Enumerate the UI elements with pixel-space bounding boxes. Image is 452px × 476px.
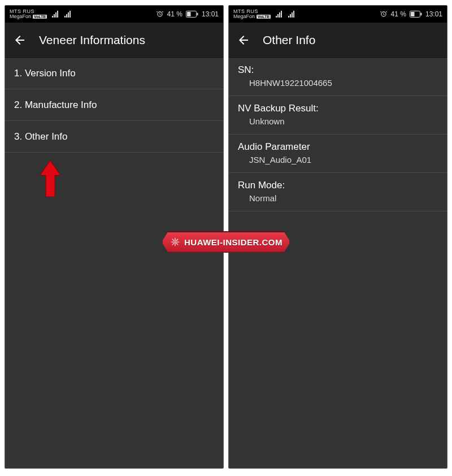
menu-item-version-info[interactable]: 1. Version Info — [5, 58, 223, 89]
back-icon[interactable] — [237, 33, 250, 47]
clock-time: 13:01 — [202, 10, 219, 18]
battery-icon — [186, 11, 198, 18]
signal-icon-2 — [288, 11, 295, 18]
carrier-secondary: MegaFon — [233, 14, 255, 19]
info-label: NV Backup Result: — [238, 103, 438, 114]
svg-rect-4 — [411, 12, 415, 16]
signal-icon — [51, 11, 59, 18]
signal-icon-2 — [64, 11, 72, 18]
status-bar: MTS RUS MegaFon VoLTE 41 % 13:01 — [229, 6, 447, 23]
volte-badge: VoLTE — [257, 15, 271, 19]
info-value: H8HNW19221004665 — [238, 78, 438, 88]
alarm-icon — [156, 10, 164, 18]
info-list: SN: H8HNW19221004665 NV Backup Result: U… — [229, 58, 447, 211]
carrier-secondary: MegaFon — [10, 14, 31, 19]
svg-rect-1 — [187, 12, 191, 16]
svg-rect-5 — [420, 13, 421, 16]
clock-time: 13:01 — [425, 10, 442, 18]
alarm-icon — [380, 10, 388, 18]
volte-badge: VoLTE — [33, 15, 47, 19]
app-header: Other Info — [229, 23, 447, 58]
signal-icon — [275, 11, 283, 18]
watermark-badge: HUAWEI-INSIDER.COM — [162, 231, 290, 253]
menu-item-label: 3. Other Info — [14, 131, 68, 142]
info-item-audio-parameter: Audio Parameter JSN_Audio_A01 — [229, 135, 447, 173]
battery-percent: 41 % — [391, 10, 406, 18]
battery-percent: 41 % — [167, 10, 182, 18]
info-label: SN: — [238, 64, 438, 76]
annotation-arrow-icon — [40, 161, 60, 197]
menu-item-label: 1. Version Info — [14, 68, 76, 79]
menu-item-manufacture-info[interactable]: 2. Manufacture Info — [5, 89, 223, 121]
status-bar: MTS RUS MegaFon VoLTE 41 % 13:01 — [5, 6, 223, 23]
info-value: Normal — [238, 193, 438, 203]
huawei-logo-icon — [169, 236, 181, 248]
info-value: Unknown — [238, 116, 438, 126]
info-item-sn: SN: H8HNW19221004665 — [229, 58, 447, 96]
watermark-text: HUAWEI-INSIDER.COM — [184, 237, 282, 247]
info-item-run-mode: Run Mode: Normal — [229, 173, 447, 211]
back-icon[interactable] — [13, 33, 27, 47]
page-title: Veneer Informations — [39, 33, 145, 47]
info-value: JSN_Audio_A01 — [238, 155, 438, 165]
info-label: Audio Parameter — [238, 141, 438, 153]
info-label: Run Mode: — [238, 180, 438, 191]
menu-list: 1. Version Info 2. Manufacture Info 3. O… — [5, 58, 223, 153]
menu-item-label: 2. Manufacture Info — [14, 99, 97, 111]
svg-rect-2 — [197, 13, 198, 16]
battery-icon — [410, 11, 422, 18]
info-item-nv-backup: NV Backup Result: Unknown — [229, 96, 447, 135]
app-header: Veneer Informations — [5, 23, 223, 58]
menu-item-other-info[interactable]: 3. Other Info — [5, 121, 223, 153]
page-title: Other Info — [263, 33, 315, 47]
